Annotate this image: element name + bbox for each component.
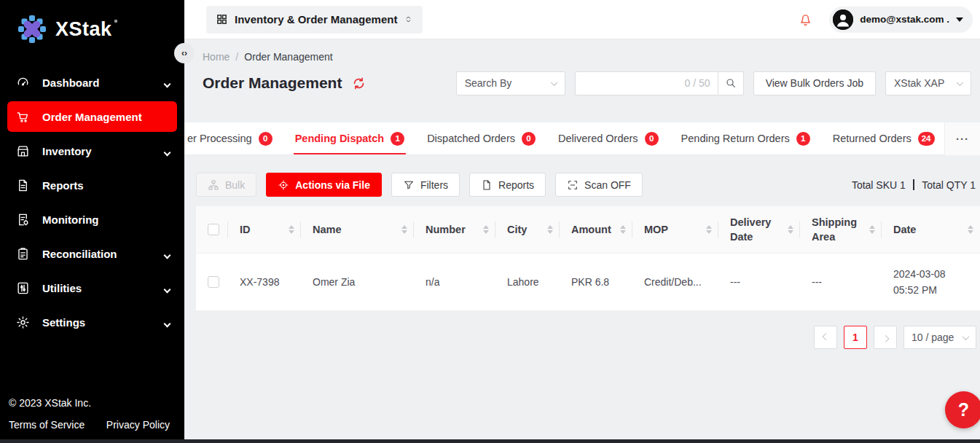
xap-select[interactable]: XStak XAP [885, 71, 971, 95]
cell-name: Omer Zia [301, 254, 414, 310]
tab-pending-return-orders[interactable]: Pending Return Orders 1 [681, 122, 810, 154]
sort-icon[interactable] [968, 225, 973, 235]
page-size-select[interactable]: 10 / page [903, 326, 976, 349]
sidebar-item-dashboard[interactable]: Dashboard [0, 67, 184, 98]
column-header-delivery-date[interactable]: Delivery Date [718, 206, 800, 253]
sidebar-item-label: Inventory [42, 145, 92, 157]
filters-button[interactable]: Filters [391, 173, 460, 197]
tab-count-badge: 24 [918, 132, 935, 146]
brand-logo[interactable]: XStak [0, 0, 184, 45]
more-tabs-button[interactable]: ··· [944, 122, 980, 155]
sort-icon[interactable] [483, 225, 489, 235]
caret-down-icon [956, 17, 963, 22]
column-header-name[interactable]: Name [301, 206, 414, 253]
notification-bell-icon[interactable] [798, 12, 813, 28]
sidebar-item-reconciliation[interactable]: Reconciliation [0, 238, 184, 269]
sort-icon[interactable] [620, 225, 626, 235]
reports-label: Reports [498, 179, 534, 191]
scan-toggle-button[interactable]: Scan OFF [555, 173, 643, 197]
sitemap-icon [208, 179, 219, 191]
cell-delivery-date: --- [718, 254, 800, 310]
sidebar-item-inventory[interactable]: Inventory [0, 136, 184, 166]
column-header-city[interactable]: City [495, 206, 560, 253]
xap-select-value: XStak XAP [894, 77, 944, 89]
chevron-down-icon [550, 79, 557, 86]
row-checkbox[interactable] [208, 276, 219, 288]
cell-city: Lahore [495, 254, 560, 310]
order-status-tabs: er Processing 0 Pending Dispatch 1 Dispa… [184, 122, 980, 155]
sort-icon[interactable] [547, 225, 553, 235]
prev-page-button[interactable] [814, 326, 837, 349]
sliders-icon [16, 281, 30, 295]
refresh-icon[interactable] [352, 77, 366, 90]
table-header-row: ID Name Number City Amount MOP [196, 206, 980, 253]
sidebar-footer: © 2023 XStak Inc. Terms of Service Priva… [0, 397, 184, 431]
help-button[interactable]: ? [945, 391, 980, 428]
column-header-mop[interactable]: MOP [632, 206, 718, 253]
breadcrumb-home[interactable]: Home [203, 51, 230, 63]
cell-mop: Credit/Deb... [632, 254, 718, 310]
tab-dispatched-orders[interactable]: Dispatched Orders 0 [427, 122, 536, 154]
user-menu[interactable]: demo@xstak.com . [829, 7, 973, 33]
sidebar-item-label: Monitoring [42, 213, 98, 226]
search-by-select[interactable]: Search By [456, 71, 565, 95]
sidebar-item-order-management[interactable]: Order Management [7, 101, 177, 132]
reports-button[interactable]: Reports [469, 173, 546, 197]
sidebar-item-monitoring[interactable]: Monitoring [0, 204, 184, 235]
column-header-id[interactable]: ID [228, 206, 301, 253]
privacy-policy-link[interactable]: Privacy Policy [106, 419, 170, 431]
sort-updown-icon [404, 14, 413, 25]
terms-of-service-link[interactable]: Terms of Service [9, 419, 85, 431]
sidebar-item-utilities[interactable]: Utilities [0, 273, 184, 303]
search-input[interactable]: 0 / 50 [575, 71, 718, 95]
tab-returned-orders[interactable]: Returned Orders 24 [833, 122, 935, 154]
sort-icon[interactable] [869, 225, 875, 235]
column-header-date[interactable]: Date [882, 206, 980, 253]
search-icon [725, 77, 737, 89]
column-header-amount[interactable]: Amount [560, 206, 632, 253]
copyright-text: © 2023 XStak Inc. [9, 397, 176, 409]
next-page-button[interactable] [874, 326, 897, 349]
sidebar-menu: Dashboard Order Management Inventory Rep… [0, 67, 184, 337]
breadcrumb-current: Order Management [244, 51, 332, 63]
chevron-down-icon [165, 77, 170, 89]
bulk-label: Bulk [225, 179, 245, 191]
column-header-shipping-area[interactable]: Shipping Area [800, 206, 882, 253]
cell-shipping-area: --- [800, 254, 882, 310]
cart-icon [16, 110, 30, 124]
scan-icon [567, 179, 579, 191]
sort-icon[interactable] [289, 225, 294, 235]
sidebar-item-label: Reconciliation [42, 248, 117, 260]
table-row[interactable]: XX-7398 Omer Zia n/a Lahore PKR 6.8 Cred… [196, 253, 980, 311]
sidebar-item-reports[interactable]: Reports [0, 170, 184, 200]
store-icon [16, 144, 30, 158]
page-1-button[interactable]: 1 [844, 326, 867, 349]
sidebar-item-settings[interactable]: Settings [0, 307, 184, 337]
cell-amount: PKR 6.8 [560, 254, 632, 310]
sidebar-collapse-toggle[interactable]: ‹› [174, 43, 195, 63]
tab-order-processing[interactable]: er Processing 0 [187, 122, 273, 154]
sidebar-item-label: Settings [42, 316, 85, 329]
tab-label: Pending Return Orders [681, 133, 790, 144]
actions-via-file-button[interactable]: Actions via File [266, 173, 382, 197]
sort-icon[interactable] [788, 225, 793, 235]
target-icon [278, 179, 289, 191]
xstak-logo-icon [16, 13, 48, 45]
tab-pending-dispatch[interactable]: Pending Dispatch 1 [295, 122, 404, 154]
sort-icon[interactable] [706, 225, 712, 235]
file-icon [481, 179, 493, 191]
tab-label: Delivered Orders [558, 133, 638, 144]
clipboard-icon [16, 247, 30, 261]
tab-delivered-orders[interactable]: Delivered Orders 0 [558, 122, 659, 154]
view-bulk-orders-job-button[interactable]: View Bulk Orders Job [753, 71, 876, 95]
topbar: Inventory & Order Management demo@xstak.… [184, 0, 980, 39]
column-header-number[interactable]: Number [414, 206, 495, 253]
chevron-right-icon [882, 334, 889, 342]
sort-icon[interactable] [401, 225, 407, 235]
tab-count-badge: 0 [645, 132, 659, 146]
workspace-selector[interactable]: Inventory & Order Management [206, 6, 423, 34]
select-all-checkbox[interactable] [208, 224, 219, 235]
tab-count-badge: 0 [522, 132, 536, 146]
orders-table: ID Name Number City Amount MOP [196, 206, 980, 311]
search-button[interactable] [718, 71, 744, 95]
